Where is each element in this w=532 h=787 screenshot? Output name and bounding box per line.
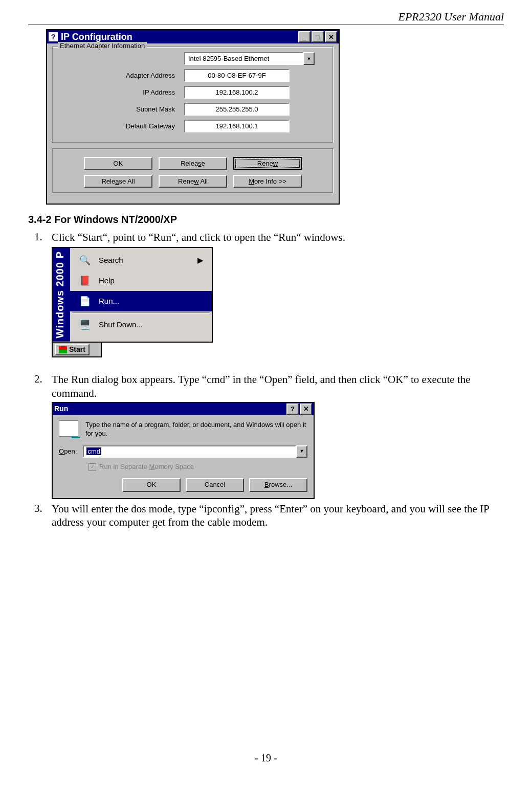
run-ok-button[interactable]: OK xyxy=(122,478,181,491)
start-item-label: Run... xyxy=(99,297,119,306)
ipconfig-title: IP Configuration xyxy=(61,32,132,42)
help-icon: 📕 xyxy=(78,274,92,287)
start-item-shutdown[interactable]: 🖥️ Shut Down... xyxy=(70,314,212,335)
header-model: EPR2320 xyxy=(398,10,441,23)
start-button-label: Start xyxy=(69,345,85,354)
run-cancel-button[interactable]: Cancel xyxy=(186,478,244,491)
release-all-button[interactable]: Release All xyxy=(84,175,152,188)
menu-separator xyxy=(72,312,210,313)
step-number: 3. xyxy=(34,502,52,529)
ethernet-group-label: Ethernet Adapter Information xyxy=(58,42,147,50)
help-button[interactable]: ? xyxy=(286,403,299,415)
step-3-text: You will enter the dos mode, type “ipcon… xyxy=(52,503,489,528)
close-button[interactable]: ✕ xyxy=(300,403,312,415)
search-icon: 🔍 xyxy=(78,254,92,267)
adapter-combo[interactable]: Intel 82595-Based Ethernet ▼ xyxy=(184,52,315,65)
adapter-address-value: 00-80-C8-EF-67-9F xyxy=(184,69,290,82)
shutdown-icon: 🖥️ xyxy=(78,318,92,331)
ethernet-groupbox: Ethernet Adapter Information Intel 82595… xyxy=(52,47,334,143)
run-titlebar[interactable]: Run ? ✕ xyxy=(53,403,314,415)
open-input[interactable]: cmd xyxy=(83,445,296,458)
release-button[interactable]: Release xyxy=(159,157,227,170)
checkbox-icon: ✓ xyxy=(88,463,96,471)
adapter-address-label: Adapter Address xyxy=(60,72,175,79)
chevron-down-icon[interactable]: ▼ xyxy=(296,445,307,458)
run-browse-button[interactable]: Browse... xyxy=(249,478,307,491)
start-menu-figure: Windows 2000 P 🔍 Search ▶ 📕 Help 📄 xyxy=(52,247,213,357)
page-number: - 19 - xyxy=(0,752,532,764)
chevron-right-icon: ▶ xyxy=(197,256,204,265)
run-app-icon xyxy=(59,420,78,437)
run-dialog: Run ? ✕ Type the name of a program, fold… xyxy=(52,402,315,499)
more-info-button[interactable]: More Info >> xyxy=(233,175,302,188)
run-icon: 📄 xyxy=(78,295,92,308)
close-button[interactable]: ✕ xyxy=(325,31,337,42)
step-number: 1. xyxy=(34,231,52,357)
default-gateway-value: 192.168.100.1 xyxy=(184,120,290,132)
start-item-label: Search xyxy=(99,256,123,265)
start-button[interactable]: Start xyxy=(55,344,90,356)
subnet-mask-value: 255.255.255.0 xyxy=(184,103,290,116)
start-item-help[interactable]: 📕 Help xyxy=(70,271,212,291)
open-label: Open: xyxy=(59,447,77,456)
start-item-label: Shut Down... xyxy=(99,320,143,330)
section-heading: 3.4-2 For Windows NT/2000/XP xyxy=(28,214,504,226)
header-rest: User Manual xyxy=(441,10,504,23)
adapter-value: Intel 82595-Based Ethernet xyxy=(184,52,303,65)
separate-memory-checkbox: ✓ Run in Separate Memory Space xyxy=(88,463,307,471)
step-1-text: Click “Start“, point to “Run“, and click… xyxy=(52,231,345,243)
subnet-mask-label: Subnet Mask xyxy=(60,105,175,113)
windows-sidebar-label: Windows 2000 P xyxy=(53,248,70,342)
run-title: Run xyxy=(54,404,68,414)
open-combo[interactable]: cmd ▼ xyxy=(83,445,307,458)
default-gateway-label: Default Gateway xyxy=(60,122,175,130)
ipconfig-app-icon: ? xyxy=(49,32,58,41)
maximize-button: □ xyxy=(312,31,324,42)
step-2-text: The Run dialog box appears. Type “cmd” i… xyxy=(52,373,471,399)
page-header: EPR2320 User Manual xyxy=(28,10,504,25)
taskbar: Start xyxy=(52,343,102,358)
minimize-button[interactable]: _ xyxy=(298,31,311,42)
ip-address-label: IP Address xyxy=(60,88,175,96)
ipconfig-dialog: ? IP Configuration _ □ ✕ Ethernet Adapte… xyxy=(46,29,340,205)
ok-button[interactable]: OK xyxy=(84,157,152,170)
chevron-down-icon[interactable]: ▼ xyxy=(303,52,315,65)
step-number: 2. xyxy=(34,373,52,499)
start-item-label: Help xyxy=(99,276,115,286)
start-item-search[interactable]: 🔍 Search ▶ xyxy=(70,250,212,271)
run-description: Type the name of a program, folder, or d… xyxy=(85,420,307,438)
ip-address-value: 192.168.100.2 xyxy=(184,86,290,99)
start-item-run[interactable]: 📄 Run... xyxy=(70,291,212,311)
renew-button[interactable]: Renew xyxy=(233,157,302,170)
windows-flag-icon xyxy=(59,346,67,353)
renew-all-button[interactable]: Renew All xyxy=(159,175,227,188)
